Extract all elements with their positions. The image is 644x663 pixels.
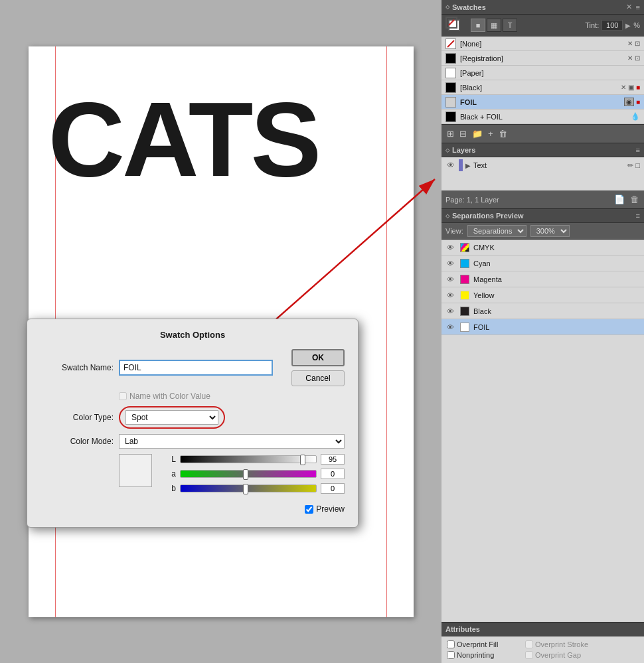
swatch-item-paper[interactable]: [Paper] (442, 66, 644, 80)
swatches-type-icons: ■ ▦ T (445, 17, 517, 34)
swatch-item-black[interactable]: [Black] ✕ ▣ ■ (442, 80, 644, 95)
b-slider-track[interactable] (180, 484, 317, 492)
b-slider-thumb[interactable] (243, 484, 248, 494)
preview-check-label[interactable]: Preview (305, 504, 345, 514)
color-type-circle: Spot Process (119, 406, 225, 429)
swatch-item-none[interactable]: [None] ✕ ⊡ (442, 37, 644, 51)
sep-eye-cmyk[interactable]: 👁 (447, 244, 456, 252)
overprint-fill-checkbox[interactable] (447, 640, 455, 648)
swatch-name-foil: FOIL (460, 98, 620, 106)
attrs-header: Attributes (442, 623, 644, 636)
sep-color-black (460, 307, 469, 316)
dialog-title: Swatch Options (40, 330, 345, 340)
show-used-button[interactable]: ⊟ (458, 127, 468, 140)
swatch-color-icon-black: ■ (636, 84, 640, 91)
swatches-toolbar: ■ ▦ T Tint: ▶ % (442, 15, 644, 37)
stroke-box[interactable] (445, 17, 457, 29)
delete-swatch-button[interactable]: 🗑 (497, 127, 509, 140)
swatch-name-registration: [Registration] (460, 54, 623, 62)
sep-color-yellow (460, 291, 469, 300)
swatches-title: ◇ Swatches (445, 3, 486, 11)
sep-title-label: Separations Preview (452, 212, 524, 220)
sep-item-magenta[interactable]: 👁 Magenta (442, 271, 644, 287)
layers-panel: ◇ Layers ≡ 👁 ▶ Text ✏ □ Page: 1, 1 Layer… (442, 143, 644, 209)
swatch-item-foil[interactable]: FOIL ◉ ■ (442, 95, 644, 110)
layer-color-bar (459, 159, 463, 171)
sep-eye-foil[interactable]: 👁 (447, 323, 456, 331)
sep-item-foil[interactable]: 👁 FOIL (442, 319, 644, 335)
new-group-button[interactable]: 📁 (471, 127, 484, 140)
sep-color-cyan (460, 259, 469, 268)
pattern-button[interactable]: T (503, 19, 517, 32)
swatch-x-icon-black: ✕ (621, 84, 626, 91)
dialog-buttons: OK Cancel (291, 349, 345, 386)
swatch-spot-icon: ◉ (624, 98, 634, 106)
layers-footer: Page: 1, 1 Layer 📄 🗑 (442, 190, 644, 208)
name-with-color-text: Name with Color Value (129, 392, 210, 401)
a-value-input[interactable] (321, 469, 345, 479)
swatches-close-icon[interactable]: ✕ (626, 3, 632, 11)
sep-eye-yellow[interactable]: 👁 (447, 291, 456, 299)
swatches-menu-icon[interactable]: ≡ (636, 3, 640, 11)
color-fill-button[interactable]: ■ (471, 19, 485, 32)
dialog-name-with-color-row: Name with Color Value (119, 392, 345, 401)
tint-label: Tint: (585, 21, 599, 29)
nonprinting-text: Nonprinting (457, 651, 494, 659)
sep-view-select[interactable]: Separations (467, 225, 526, 237)
sep-eye-black[interactable]: 👁 (447, 307, 456, 315)
new-layer-page-icon[interactable]: 📄 (613, 193, 626, 206)
swatches-bottom-toolbar: ⊞ ⊟ 📁 + 🗑 (442, 124, 644, 143)
color-type-select[interactable]: Spot Process (125, 410, 218, 425)
b-value-input[interactable] (321, 483, 345, 494)
swatch-item-blackfoil[interactable]: Black + FOIL 💧 (442, 110, 644, 124)
delete-layer-button[interactable]: 🗑 (629, 193, 640, 206)
preview-checkbox[interactable] (305, 505, 313, 514)
l-slider-thumb[interactable] (300, 455, 305, 465)
l-slider-track[interactable] (180, 455, 317, 463)
layer-edit-icon[interactable]: ✏ (627, 161, 633, 170)
sliders-area: L a b (165, 454, 345, 498)
layers-menu-icon[interactable]: ≡ (636, 146, 640, 154)
color-mode-select[interactable]: Lab CMYK RGB (119, 434, 345, 449)
name-with-color-label[interactable]: Name with Color Value (119, 392, 210, 401)
sep-view-label: View: (445, 227, 463, 235)
sep-color-cmyk (460, 243, 469, 252)
overprint-stroke-label: Overprint Stroke (525, 640, 598, 648)
swatch-icons-registration: ✕ ⊡ (627, 54, 640, 62)
layer-item-text[interactable]: 👁 ▶ Text ✏ □ (442, 157, 644, 173)
swatches-bottom-icons: ⊞ ⊟ 📁 + 🗑 (445, 127, 509, 140)
swatch-color-registration (445, 53, 456, 64)
ok-button[interactable]: OK (291, 349, 345, 366)
layer-expand-icon[interactable]: ▶ (465, 162, 471, 169)
sep-item-black[interactable]: 👁 Black (442, 303, 644, 319)
layer-eye-icon[interactable]: 👁 (445, 160, 456, 171)
layer-lock-icon[interactable]: □ (635, 161, 640, 170)
nonprinting-checkbox[interactable] (447, 651, 455, 659)
sep-menu-icon[interactable]: ≡ (636, 212, 640, 220)
a-slider-track[interactable] (180, 470, 317, 478)
show-all-button[interactable]: ⊞ (445, 127, 455, 140)
swatch-name-input[interactable] (119, 360, 273, 376)
overprint-fill-label[interactable]: Overprint Fill (447, 640, 520, 648)
attrs-content: Overprint Fill Overprint Stroke Nonprint… (442, 636, 644, 663)
overprint-gap-checkbox (525, 651, 533, 659)
tint-input[interactable] (602, 20, 623, 31)
sep-eye-magenta[interactable]: 👁 (447, 275, 456, 283)
panels-area: ◇ Swatches ✕ ≡ ■ ▦ T (442, 0, 644, 663)
dialog-color-editor: L a b (119, 454, 345, 498)
a-slider-thumb[interactable] (243, 469, 248, 480)
sep-title: ◇ Separations Preview (445, 212, 524, 220)
sep-item-cyan[interactable]: 👁 Cyan (442, 256, 644, 271)
sep-eye-cyan[interactable]: 👁 (447, 259, 456, 267)
nonprinting-label[interactable]: Nonprinting (447, 651, 520, 659)
l-value-input[interactable] (321, 454, 345, 465)
sep-item-yellow[interactable]: 👁 Yellow (442, 287, 644, 303)
cancel-button[interactable]: Cancel (291, 370, 345, 386)
sep-zoom-select[interactable]: 300% (530, 225, 570, 237)
gradient-button[interactable]: ▦ (487, 19, 501, 32)
swatch-item-registration[interactable]: [Registration] ✕ ⊡ (442, 51, 644, 66)
tint-arrow-icon[interactable]: ▶ (625, 22, 631, 29)
layers-title-label: Layers (452, 146, 475, 154)
sep-item-cmyk[interactable]: 👁 CMYK (442, 240, 644, 256)
new-swatch-button[interactable]: + (487, 127, 495, 140)
